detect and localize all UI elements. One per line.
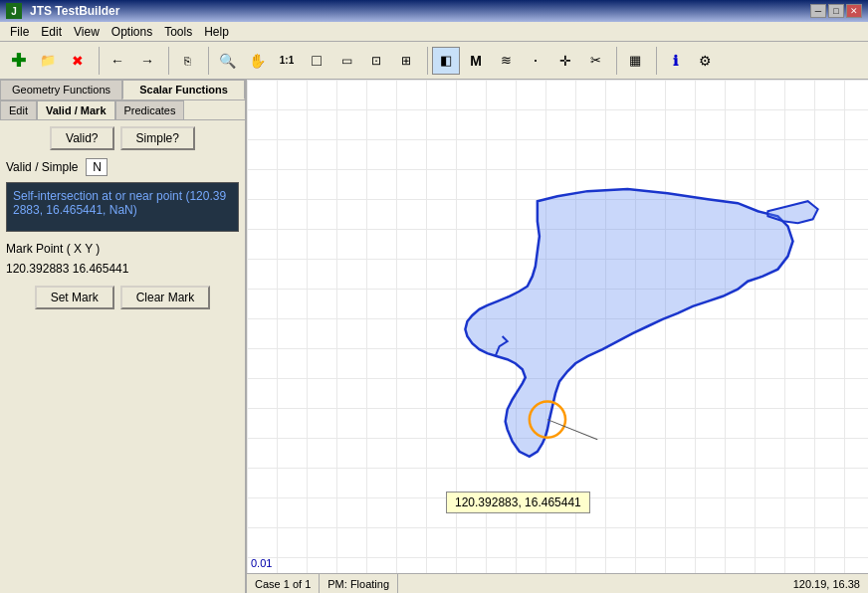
minimize-button[interactable]: ─: [810, 4, 826, 18]
tab-scalar-functions[interactable]: Scalar Functions: [122, 80, 245, 99]
maximize-button[interactable]: □: [828, 4, 844, 18]
titlebar-controls[interactable]: ─ □ ✕: [810, 4, 862, 18]
grid-button[interactable]: ▦: [621, 47, 649, 75]
svg-marker-0: [465, 189, 792, 457]
close-button[interactable]: ✕: [846, 4, 862, 18]
statusbar: Case 1 of 1 PM: Floating 120.19, 16.38: [247, 573, 868, 593]
main-area: Geometry Functions Scalar Functions Edit…: [0, 80, 868, 593]
info-button[interactable]: ℹ: [661, 47, 689, 75]
toolbar-sep-5: [613, 47, 617, 75]
toolbar-sep-2: [165, 47, 169, 75]
scissors-button[interactable]: ✂: [581, 47, 609, 75]
valid-simple-buttons: Valid? Simple?: [6, 126, 239, 150]
valid-simple-value: N: [86, 158, 108, 176]
menu-view[interactable]: View: [68, 23, 106, 41]
toolbar-sep-4: [424, 47, 428, 75]
zoom-box-button[interactable]: □: [303, 47, 330, 75]
map-area[interactable]: 120.392883, 16.465441 0.01: [247, 80, 868, 573]
titlebar-left: J JTS TestBuilder: [6, 3, 119, 19]
info-text: Self-intersection at or near point (120.…: [13, 189, 226, 217]
clear-mark-button[interactable]: Clear Mark: [120, 286, 211, 309]
zoom-rect-button[interactable]: ▭: [332, 47, 360, 75]
toolbar: ✚ 📁 ✖ ← → ⎘ 🔍 ✋ 1:1 □ ▭ ⊡ ⊞ ◧ M ≋ · ✛ ✂ …: [0, 42, 868, 80]
valid-simple-row: Valid / Simple N: [6, 158, 239, 176]
right-panel: 120.392883, 16.465441 0.01 Case 1 of 1 P…: [247, 80, 868, 593]
left-panel: Geometry Functions Scalar Functions Edit…: [0, 80, 247, 593]
pan-button[interactable]: ✋: [243, 47, 271, 75]
menu-file[interactable]: File: [4, 23, 35, 41]
scale-label: 0.01: [251, 557, 272, 569]
copy-button[interactable]: ⎘: [173, 47, 201, 75]
subtab-valid-mark[interactable]: Valid / Mark: [37, 100, 115, 119]
app-icon: J: [6, 3, 22, 19]
move-button[interactable]: ✛: [551, 47, 579, 75]
back-button[interactable]: ←: [104, 47, 131, 75]
draw-poly-button[interactable]: ≋: [492, 47, 520, 75]
valid-simple-label: Valid / Simple: [6, 160, 78, 174]
main-tabs: Geometry Functions Scalar Functions: [0, 80, 245, 100]
select-m-button[interactable]: M: [462, 47, 490, 75]
zoom-full-button[interactable]: ⊞: [392, 47, 420, 75]
set-mark-button[interactable]: Set Mark: [35, 286, 114, 309]
case-label: Case 1 of 1: [247, 574, 320, 593]
dot-button[interactable]: ·: [522, 47, 549, 75]
pm-label: PM: Floating: [320, 574, 398, 593]
toolbar-sep-6: [653, 47, 657, 75]
select-geom-button[interactable]: ◧: [432, 47, 460, 75]
new-geometry-button[interactable]: ✚: [4, 47, 32, 75]
mark-point-value: 120.392883 16.465441: [6, 262, 239, 276]
mark-buttons: Set Mark Clear Mark: [6, 286, 239, 309]
menubar: File Edit View Options Tools Help: [0, 22, 868, 42]
left-content: Valid? Simple? Valid / Simple N Self-int…: [0, 120, 245, 593]
coords-label: 120.19, 16.38: [398, 574, 868, 593]
valid-button[interactable]: Valid?: [50, 126, 113, 150]
info-box: Self-intersection at or near point (120.…: [6, 182, 239, 232]
zoom-in-button[interactable]: 🔍: [213, 47, 241, 75]
toolbar-sep-3: [205, 47, 209, 75]
open-button[interactable]: 📁: [34, 47, 62, 75]
zoom-100-button[interactable]: 1:1: [273, 47, 301, 75]
subtab-predicates[interactable]: Predicates: [115, 100, 185, 119]
forward-button[interactable]: →: [133, 47, 161, 75]
menu-edit[interactable]: Edit: [35, 23, 68, 41]
toolbar-sep-1: [96, 47, 100, 75]
subtab-edit[interactable]: Edit: [0, 100, 37, 119]
simple-button[interactable]: Simple?: [120, 126, 195, 150]
menu-options[interactable]: Options: [106, 23, 158, 41]
settings-button[interactable]: ⚙: [691, 47, 719, 75]
titlebar-title: JTS TestBuilder: [30, 4, 119, 18]
tab-geometry-functions[interactable]: Geometry Functions: [0, 80, 122, 99]
mark-point-label: Mark Point ( X Y ): [6, 242, 239, 256]
sub-tabs: Edit Valid / Mark Predicates: [0, 100, 245, 120]
menu-help[interactable]: Help: [198, 23, 235, 41]
zoom-fit-button[interactable]: ⊡: [362, 47, 390, 75]
tooltip-text: 120.392883, 16.465441: [455, 495, 581, 509]
titlebar: J JTS TestBuilder ─ □ ✕: [0, 0, 868, 22]
close-file-button[interactable]: ✖: [64, 47, 92, 75]
coord-tooltip: 120.392883, 16.465441: [446, 492, 590, 513]
menu-tools[interactable]: Tools: [158, 23, 198, 41]
